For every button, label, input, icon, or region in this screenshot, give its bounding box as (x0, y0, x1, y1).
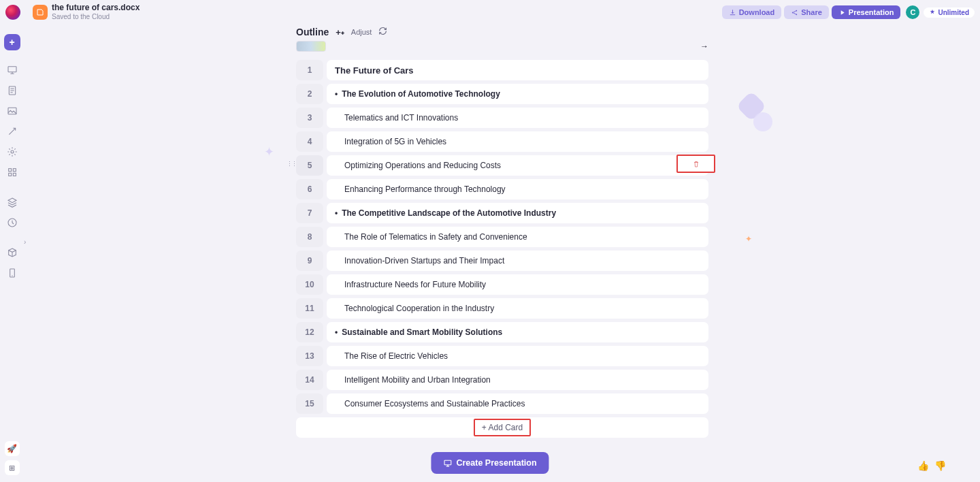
doc-type-icon (33, 5, 48, 20)
card-text: The Competitive Landscape of the Automot… (342, 208, 556, 218)
outline-card[interactable]: Infrastructure Needs for Future Mobility (327, 274, 708, 295)
create-presentation-button[interactable]: Create Presentation (431, 452, 549, 474)
svg-rect-3 (8, 67, 16, 72)
outline-row[interactable]: 12Sustainable and Smart Mobility Solutio… (296, 322, 708, 342)
svg-rect-13 (444, 460, 451, 465)
outline-card[interactable]: The Role of Telematics in Safety and Con… (327, 227, 708, 247)
thumbs-down-icon[interactable]: 👎 (934, 460, 946, 471)
outline-header: Outline +˖ Adjust (296, 26, 387, 38)
delete-card-button[interactable] (676, 155, 715, 173)
row-number: 10 (296, 274, 323, 295)
outline-row[interactable]: 5Optimizing Operations and Reducing Cost… (296, 155, 708, 176)
theme-preview-card[interactable] (296, 41, 326, 52)
row-number: 1 (296, 60, 323, 80)
rocket-icon[interactable]: 🚀 (5, 441, 20, 456)
download-label: Download (739, 8, 775, 16)
document-icon[interactable] (6, 84, 18, 97)
svg-rect-5 (8, 108, 16, 114)
svg-rect-8 (13, 169, 16, 172)
outline-card[interactable]: Innovation-Driven Startups and Their Imp… (327, 251, 708, 271)
outline-row[interactable]: 4Integration of 5G in Vehicles (296, 131, 708, 152)
refresh-icon[interactable] (378, 26, 387, 38)
outline-row[interactable]: 9Innovation-Driven Startups and Their Im… (296, 251, 708, 271)
share-button[interactable]: Share (784, 5, 829, 19)
feedback-controls: 👍 👎 (917, 460, 946, 471)
svg-point-1 (796, 10, 798, 11)
outline-row[interactable]: 15Consumer Ecosystems and Sustainable Pr… (296, 393, 708, 414)
svg-point-2 (796, 14, 798, 15)
card-text: Consumer Ecosystems and Sustainable Prac… (344, 399, 525, 408)
card-text: Optimizing Operations and Reducing Costs (344, 161, 501, 170)
device-icon[interactable] (6, 267, 18, 279)
card-text: Enhancing Performance through Technology (344, 184, 506, 194)
outline-row[interactable]: 1The Future of Cars (296, 60, 708, 80)
outline-card[interactable]: The Rise of Electric Vehicles (327, 346, 708, 366)
outline-row[interactable]: 14Intelligent Mobility and Urban Integra… (296, 370, 708, 390)
row-number: 8 (296, 227, 323, 247)
outline-card[interactable]: The Evolution of Automotive Technology (327, 84, 708, 104)
adjust-link[interactable]: Adjust (351, 28, 372, 36)
apps-icon[interactable]: ⊞ (5, 460, 20, 475)
outline-card[interactable]: Integration of 5G in Vehicles (327, 131, 708, 152)
topbar: the future of cars.docx Saved to the Clo… (0, 0, 980, 25)
grid-icon[interactable] (6, 166, 18, 178)
ai-adjust-icon[interactable]: +˖ (336, 27, 344, 37)
outline-row[interactable]: 13The Rise of Electric Vehicles (296, 346, 708, 366)
wand-icon[interactable] (6, 125, 18, 138)
history-icon[interactable] (6, 216, 18, 229)
row-number: 3 (296, 108, 323, 128)
outline-row[interactable]: 7The Competitive Landscape of the Automo… (296, 203, 708, 223)
theme-next-arrow[interactable]: → (700, 42, 708, 51)
outline-row[interactable]: 10Infrastructure Needs for Future Mobili… (296, 274, 708, 295)
image-icon[interactable] (6, 105, 18, 117)
theme-preview-row: → (296, 41, 708, 52)
presentation-button[interactable]: Presentation (832, 5, 901, 19)
left-sidebar: + 🚀 ⊞ (0, 27, 24, 482)
outline-card[interactable]: Intelligent Mobility and Urban Integrati… (327, 370, 708, 390)
card-text: Innovation-Driven Startups and Their Imp… (344, 256, 504, 266)
add-card-label: + Add Card (474, 419, 531, 436)
row-number: 15 (296, 393, 323, 414)
box-icon[interactable] (6, 246, 18, 259)
outline-row[interactable]: 6Enhancing Performance through Technolog… (296, 179, 708, 199)
outline-row[interactable]: 3Telematics and ICT Innovations (296, 108, 708, 128)
thumbs-up-icon[interactable]: 👍 (917, 460, 929, 471)
row-number: 7 (296, 203, 323, 223)
app-logo[interactable] (5, 5, 20, 20)
card-text: The Future of Cars (335, 65, 414, 76)
card-text: Integration of 5G in Vehicles (344, 137, 446, 146)
outline-card[interactable]: Enhancing Performance through Technology (327, 179, 708, 199)
card-text: Sustainable and Smart Mobility Solutions (342, 327, 502, 337)
card-text: The Evolution of Automotive Technology (342, 89, 500, 99)
outline-card[interactable]: Telematics and ICT Innovations (327, 108, 708, 128)
svg-rect-7 (8, 169, 11, 172)
outline-list: 1The Future of Cars2The Evolution of Aut… (296, 60, 708, 414)
user-avatar[interactable]: C (906, 5, 919, 19)
card-text: Infrastructure Needs for Future Mobility (344, 280, 486, 289)
gear-icon[interactable] (6, 146, 18, 158)
card-text: The Role of Telematics in Safety and Con… (344, 232, 527, 242)
outline-card[interactable]: Optimizing Operations and Reducing Costs (327, 155, 708, 176)
new-button[interactable]: + (4, 34, 20, 50)
presentation-icon[interactable] (6, 64, 18, 76)
outline-card[interactable]: Technological Cooperation in the Industr… (327, 298, 708, 319)
outline-row[interactable]: 2The Evolution of Automotive Technology (296, 84, 708, 104)
outline-row[interactable]: 8The Role of Telematics in Safety and Co… (296, 227, 708, 247)
outline-card[interactable]: Sustainable and Smart Mobility Solutions (327, 322, 708, 342)
outline-card[interactable]: Consumer Ecosystems and Sustainable Prac… (327, 393, 708, 414)
share-label: Share (801, 8, 822, 16)
create-label: Create Presentation (456, 458, 536, 468)
row-number: 4 (296, 131, 323, 152)
download-button[interactable]: Download (722, 5, 782, 19)
layers-icon[interactable] (6, 196, 18, 208)
outline-row[interactable]: 11Technological Cooperation in the Indus… (296, 298, 708, 319)
row-number: 12 (296, 322, 323, 342)
row-number: 6 (296, 179, 323, 199)
outline-card[interactable]: The Competitive Landscape of the Automot… (327, 203, 708, 223)
plan-badge[interactable]: Unlimited (924, 7, 975, 18)
doc-subtitle: Saved to the Cloud (52, 13, 140, 21)
sidebar-expand[interactable]: › (24, 238, 31, 248)
outline-card[interactable]: The Future of Cars (327, 60, 708, 80)
add-card-row[interactable]: + Add Card (296, 417, 708, 438)
row-number: 9 (296, 251, 323, 271)
